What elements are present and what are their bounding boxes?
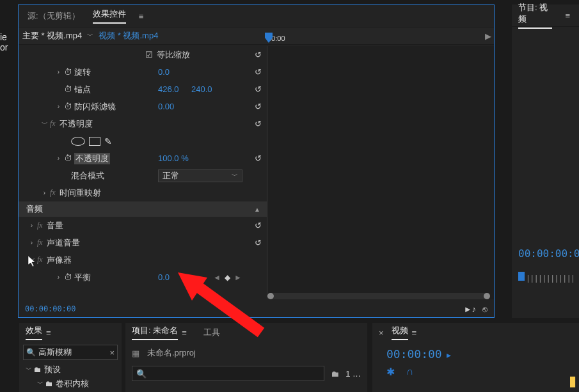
export-frame-icon[interactable]: ⎋ [482,304,488,314]
audio-section-header[interactable]: 音频 ▲ [19,201,267,217]
project-filename: 未命名.prproj [147,347,196,359]
clip-thumbnail-icon[interactable]: ▦ [132,349,139,358]
effects-search-text: 高斯模糊 [38,347,109,358]
twirl-open-icon: ﹀ [37,379,43,388]
linked-selection-icon[interactable]: ∩ [406,366,414,378]
marker-icon[interactable]: ▮ [569,373,576,389]
sequence-clip-link[interactable]: 视频 * 视频.mp4 [99,30,158,42]
opacity-value[interactable]: 100.0 % [158,153,189,163]
reset-icon[interactable]: ↺ [255,221,262,230]
anchor-x-value[interactable]: 426.0 [158,84,179,94]
twirl-open-icon[interactable]: ﹀ [29,256,35,265]
checkbox-aspect-lock[interactable]: ☑ [145,50,153,59]
project-search-input[interactable]: 🔍 [132,366,324,381]
blend-mode-select[interactable]: 正常 ﹀ [158,169,242,182]
snap-icon[interactable]: ✱ [386,366,395,378]
program-playhead-icon[interactable] [518,272,525,281]
preset-subfolder[interactable]: ﹀ 🖿 卷积内核 [19,377,122,391]
panel-menu-icon[interactable]: ≡ [412,328,417,338]
reset-icon[interactable]: ↺ [255,119,262,129]
stopwatch-icon[interactable]: ⏱ [64,67,74,77]
fx-badge-icon[interactable]: fx [50,119,56,129]
twirl-icon[interactable]: › [42,189,47,196]
fx-badge-icon[interactable]: fx [37,238,43,247]
reset-icon[interactable]: ↺ [255,102,262,111]
blend-mode-value: 正常 [163,170,179,182]
panel-menu-icon[interactable]: ≡ [182,328,187,338]
tab-project[interactable]: 项目: 未命名 [132,325,178,340]
rotation-label: 旋转 [74,67,91,78]
playhead-marker-icon[interactable]: ▸ [447,350,451,360]
playhead-icon[interactable] [265,33,273,44]
reset-icon[interactable]: ↺ [255,50,262,59]
audio-section-label: 音频 [26,203,43,215]
twirl-open-icon: ﹀ [26,365,31,374]
panel-menu-icon[interactable]: ≡ [46,328,51,338]
fx-badge-icon[interactable]: fx [50,188,56,198]
stopwatch-icon[interactable]: ⏱ [64,153,74,163]
pen-mask-icon[interactable]: ✎ [104,136,112,146]
reset-icon[interactable]: ↺ [255,84,262,94]
chevron-down-icon: ﹀ [232,171,238,180]
search-icon: 🔍 [136,369,147,379]
twirl-open-icon[interactable]: ﹀ [42,120,47,129]
ellipse-mask-icon[interactable] [71,137,85,146]
current-timecode[interactable]: 00:00:00:00 [25,304,75,313]
volume-label: 音量 [47,220,63,231]
twirl-icon[interactable]: › [56,155,61,162]
scroll-thumb-right[interactable] [484,293,490,299]
presets-label: 预设 [44,364,61,375]
scroll-thumb-left[interactable] [267,293,274,299]
anchor-y-value[interactable]: 240.0 [191,84,212,94]
balance-value[interactable]: 0.0 [158,272,170,282]
panel-menu-icon[interactable]: ≡ [565,11,570,20]
clear-search-icon[interactable]: × [109,348,115,357]
tab-effect-controls[interactable]: 效果控件 [93,8,126,24]
flicker-value[interactable]: 0.00 [158,102,174,111]
timeline-panel: × 视频 ≡ 00:00:00 ▸ ✱ ∩ ▮ [372,323,579,392]
reset-icon[interactable]: ↺ [255,238,262,247]
master-clip-label[interactable]: 主要 * 视频.mp4 [22,30,82,42]
blend-mode-label: 混合模式 [71,170,104,182]
rectangle-mask-icon[interactable] [89,137,100,146]
program-timecode[interactable]: 00:00:00:00 [518,247,579,260]
twirl-icon[interactable]: › [29,239,35,246]
add-keyframe-icon[interactable]: ◆ [225,273,230,282]
panel-menu-icon[interactable]: ≡ [139,12,144,21]
effect-controls-panel: 源:（无剪辑） 效果控件 ≡ 主要 * 视频.mp4 ﹀ 视频 * 视频.mp4… [18,4,495,318]
bin-icon[interactable]: 🖿 [331,369,339,379]
tab-sequence[interactable]: 视频 [392,325,408,340]
channel-volume-label: 声道音量 [47,237,80,249]
stopwatch-icon[interactable]: ⏱ [64,84,74,94]
twirl-icon[interactable]: › [29,222,35,229]
prev-keyframe-icon[interactable]: ◄ [213,273,221,282]
chevron-down-icon[interactable]: ﹀ [87,31,93,40]
close-icon[interactable]: × [379,328,384,338]
rotation-value[interactable]: 0.0 [158,67,170,77]
collapse-icon[interactable]: ▲ [254,206,260,213]
twirl-icon[interactable]: › [56,103,61,110]
next-keyframe-icon[interactable]: ► [234,273,242,282]
effects-search-input[interactable]: 🔍 高斯模糊 × [23,345,118,360]
reset-icon[interactable]: ↺ [255,153,262,163]
play-audio-icon[interactable]: ►♪ [464,304,476,314]
time-remap-label: 时间重映射 [59,187,101,199]
stopwatch-icon[interactable]: ⏱ [64,102,74,111]
twirl-icon[interactable]: › [56,274,61,281]
stopwatch-icon[interactable]: ⏱ [64,272,74,282]
effect-timeline[interactable] [267,46,494,299]
fx-badge-icon[interactable]: fx [37,221,43,230]
twirl-icon[interactable]: › [56,68,61,75]
preset-folder[interactable]: ﹀ 🖿 预设 [19,363,122,377]
timeline-timecode[interactable]: 00:00:00 [386,347,442,361]
fx-badge-icon[interactable]: fx [37,255,43,265]
timeline-scrollbar[interactable] [267,293,490,299]
tab-tools[interactable]: 工具 [203,327,220,338]
tab-effects[interactable]: 效果 [26,325,42,340]
cropped-text: ie [0,32,15,42]
convolution-label: 卷积内核 [56,378,89,389]
tab-program[interactable]: 节目: 视频 [518,2,552,29]
tab-source[interactable]: 源:（无剪辑） [28,10,80,22]
opacity-group-label: 不透明度 [59,118,93,130]
reset-icon[interactable]: ↺ [255,67,262,77]
